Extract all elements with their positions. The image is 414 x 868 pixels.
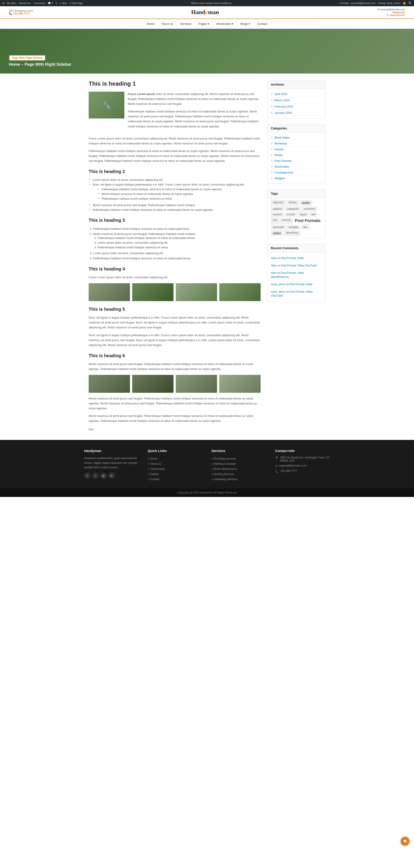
tag-wordpress[interactable]: WordPress [284,230,300,236]
service-home[interactable]: Home Maintenance [211,466,266,471]
admin-my-sites[interactable]: My Sites [7,2,16,4]
category-link[interactable]: Media [274,153,282,157]
archive-item[interactable]: March 2024 [271,97,322,103]
tag-shortcode[interactable]: shortcode [271,225,286,229]
service-painting-link[interactable]: Painting & Drywall [214,462,236,465]
post-link[interactable]: Post Format: Aside [290,283,312,286]
admin-customize[interactable]: Customize [34,2,45,4]
tag-layout[interactable]: layout [298,212,308,217]
tag-audio[interactable]: audio [300,200,312,206]
category-item[interactable]: Bootstrap [271,141,322,147]
nav-item-home[interactable]: Home [143,19,158,29]
service-gardening-link[interactable]: Gardening Services [214,478,237,481]
category-link[interactable]: Uncategorized [274,171,293,174]
tag-lists[interactable]: lists [271,218,279,224]
service-roofing[interactable]: Roofing Services [211,471,266,476]
tag-captions[interactable]: captions [271,207,284,211]
quick-link-home-link[interactable]: Home [150,457,158,460]
nav-item-contact[interactable]: Contact [254,19,271,29]
social-linkedin[interactable]: in [108,472,114,479]
quick-link-testimonials-link[interactable]: Testimonials [150,467,165,470]
nav-link-about[interactable]: About us [158,19,177,29]
commenter-luzuk-1[interactable]: luzuk_demo [271,283,285,286]
category-item[interactable]: Uncategorized [271,170,322,176]
nav-link-contact[interactable]: Contact [254,19,271,29]
nav-item-about[interactable]: About us [158,19,177,29]
nav-item-pages[interactable]: Pages ▾ [195,19,213,29]
tag-alignment[interactable]: alignment [271,200,286,206]
category-link[interactable]: Widgets [274,177,285,180]
tag-categories[interactable]: categories [285,207,301,211]
category-link[interactable]: Block Editor [274,136,290,139]
archive-link[interactable]: April 2024 [274,92,287,96]
category-item[interactable]: Shortcodes [271,164,322,170]
nav-link-services[interactable]: Services [177,19,195,29]
social-twitter[interactable]: t [92,472,99,479]
service-roofing-link[interactable]: Roofing Services [214,472,234,476]
tag-title[interactable]: title [302,225,309,229]
tag-embeds[interactable]: embeds [271,212,284,217]
admin-new[interactable]: + New [60,2,67,4]
category-link[interactable]: Post Formats [274,159,291,162]
search-icon-admin[interactable]: 🔍 [409,2,412,5]
service-gardening[interactable]: Gardening Services [211,476,266,482]
category-link[interactable]: Classic [274,148,284,151]
social-instagram[interactable]: ig [100,472,106,479]
nav-item-blogs[interactable]: Blogs ▾ [237,19,254,29]
tag-excerpt[interactable]: excerpt [285,212,297,217]
archive-item[interactable]: April 2024 [271,91,322,97]
quick-link-about[interactable]: About us [148,461,203,466]
quick-link-gallery-link[interactable]: Gallery [150,472,159,476]
nav-link-home[interactable]: Home [143,19,158,29]
service-home-link[interactable]: Home Maintenance [214,467,237,470]
service-plumbing-link[interactable]: Plumbing Services [214,457,236,460]
commenter-alice-2[interactable]: Alice [271,264,277,267]
tag-link[interactable]: link [310,212,317,217]
nav-link-blogs[interactable]: Blogs ▾ [237,19,254,29]
post-link[interactable]: Post Format: Video (YouTube) [281,264,317,267]
category-item[interactable]: Media [271,152,322,158]
quick-link-contact-link[interactable]: Contact [150,478,160,481]
tag-video[interactable]: video [271,230,283,236]
admin-user[interactable]: Howdy, luzuk_demo [378,2,400,4]
category-link[interactable]: Bootstrap [274,142,287,145]
tag-comments[interactable]: comments [302,207,317,211]
category-link[interactable]: Shortcodes [274,165,289,168]
social-facebook[interactable]: f [84,472,91,479]
category-item[interactable]: Block Editor [271,135,322,141]
tag-pictures[interactable]: pictures [280,218,293,224]
quick-link-contact[interactable]: Contact [148,476,203,482]
archive-link[interactable]: February 2024 [274,105,294,108]
nav-item-services[interactable]: Services [177,19,195,29]
appointment-link[interactable]: 🔧 Appointment [377,13,405,17]
admin-updates[interactable]: 5 [56,2,57,4]
archive-link[interactable]: March 2024 [274,99,290,102]
commenter-alice-3[interactable]: Alice [271,271,277,275]
tag-template[interactable]: template [287,225,300,229]
commenter-luzuk-2[interactable]: luzuk_demo [271,290,285,293]
quick-link-gallery[interactable]: Gallery [148,471,203,476]
commenter-alice-1[interactable]: Alice [271,257,277,260]
category-item[interactable]: Classic [271,147,322,152]
site-logo[interactable]: Handyman [191,9,219,16]
quick-link-about-link[interactable]: About us [150,462,161,465]
category-item[interactable]: Widgets [271,176,322,181]
service-plumbing[interactable]: Plumbing Services [211,456,266,461]
category-item[interactable]: Post Formats [271,158,322,164]
tag-articles[interactable]: Articles [287,200,299,206]
quick-link-home[interactable]: Home [148,456,203,461]
nav-item-shortcodes[interactable]: Shortcodes ▾ [213,19,237,29]
archive-item[interactable]: February 2024 [271,103,322,110]
post-link[interactable]: Post Format: Aside [281,257,304,260]
edit-link[interactable]: Edit [89,428,261,431]
admin-comments[interactable]: 💬 0 [48,2,53,5]
tag-post-formats[interactable]: Post Formats [294,218,321,224]
archive-item[interactable]: January 2024 [271,110,322,116]
archive-link[interactable]: January 2024 [274,111,292,115]
admin-edit-page[interactable]: ✎ Edit Page [69,2,83,5]
phone-number[interactable]: 📞 123-456-7777 [9,12,33,15]
nav-link-pages[interactable]: Pages ▾ [195,19,213,29]
admin-site-name[interactable]: Handyman [19,2,31,4]
nav-link-shortcodes[interactable]: Shortcodes ▾ [213,19,237,29]
quick-link-testimonials[interactable]: Testimonials [148,466,203,471]
